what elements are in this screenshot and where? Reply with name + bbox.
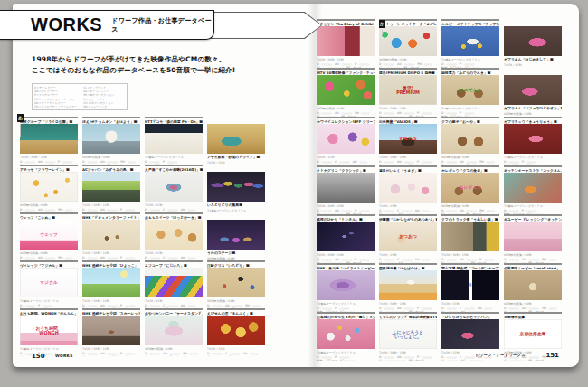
credit-line: TVCM／30秒・15秒 [379,156,437,159]
work-credits: TV番組オープニングタイトルD：○○○○ P：○○○○制作：ドワーフ (C)○○… [317,302,375,313]
credit-line: WEB配信映像／60秒 [317,107,375,110]
cell-spacer [207,117,265,124]
work-cell: いろとりどりの風船篇TV番組オープニングタイトルD：○○○○ P：○○○○制作：… [207,165,265,212]
work-thumbnail [441,222,499,251]
work-cell: ウェッフ「こいぬ」篇ウェッフWEB配信映像／60秒D：○○○○ AD：○○○○ … [20,212,78,260]
work-cell: MTV 50周年映像「ファンク・チューン」WEB配信映像／60秒D：○○○○ A… [317,68,375,117]
work-cell: ガブリチュウ「きょうりゅう」篇TV番組オープニングタイトルD：○○○○ P：○○… [504,117,562,165]
credit-line: TV番組オープニングタイトル [441,107,499,110]
cell-spacer [504,19,562,26]
work-credits: TVCM／30秒・15秒D：○○○○ AN：○○○○ P：○○○○CL：○○○○… [317,253,375,264]
cell-divider [379,117,437,118]
credit-line: CL：○○○○○○○○ PR：dwarf [317,212,375,214]
credit-line: D：○○○○ AN：○○○○ P：○○○○ [379,110,437,114]
thumbnail-text: VALIOS [391,137,425,142]
work-cell: 空気清浄機「はなばたけ」篇TVCM／30秒・15秒D：○○○○ AN：○○○○ … [379,263,437,312]
cell-divider [317,117,375,118]
work-thumbnail [504,75,562,105]
work-thumbnail [317,124,375,154]
credit-line: TVCM／30秒・15秒 [379,107,437,110]
credit-line: TVCM／30秒・15秒 [82,251,140,255]
work-cell: 出光興産「VALIOS」篇VALIOSTVCM／30秒・15秒D：○○○○ AN… [379,117,437,165]
work-credits: WEB配信映像／60秒D：○○○○ AD：○○○○ PM：○○○CL：○○○○○… [20,203,78,213]
work-thumbnail [504,173,562,203]
cell-divider [441,19,499,21]
credit-line: D：○○○○ AN：○○○○ P：○○○○ [317,257,375,260]
work-cell: おやつカンパニー「ケーキスタンド」篇WEB配信映像／60秒D：○○○○ AD：○… [145,308,203,356]
credit-line: TVCM／15秒 [145,251,203,255]
work-cell: カートゥーン ネットワーク「さがしもの」篇WEB配信映像／60秒D：○○○○ A… [379,19,437,68]
credit-line: D：○○○○ AN：○○○○ P：○○○○ [20,159,78,163]
cell-divider [20,117,78,118]
work-thumbnail: 4 [441,270,499,300]
work-cell: カレギュウ「クマの食卓」篇カレギュウWEB配信映像／60秒D：○○○○ AD：○… [441,165,499,214]
credit-line: TVCM／15秒 [145,299,203,303]
work-credits: TVCM／30秒・15秒D：○○○○ AN：○○○○ P：○○○○CL：○○○○… [379,351,437,362]
cell-divider [441,214,499,216]
cell-divider [20,308,78,310]
work-cell: キユーピー ドレッシング「キッチン」篇WEB配信映像／60秒D：○○○○ AD：… [504,214,562,263]
work-thumbnail: マジカル [20,268,78,297]
thumbnail-text: おうち時間、WONGH [32,326,66,335]
work-thumbnail: ふにゃじろうと いっしょに。 [379,319,437,349]
work-cell: NHK・夜の海「ハイライトムービー」TV番組オープニングタイトルD：○○○○ P… [317,263,375,312]
credit-line: TVCM／30秒・15秒 [317,204,375,208]
legend-column: D＝ディレクターAN＝アニメーターP＝プロデューサーPM＝プロダクションマネージ… [34,86,77,109]
cell-divider [379,19,437,21]
work-cell: NHK 連続テレビ小説「スカーレット」TVCM／30秒・15秒D：○○○○ AN… [82,308,140,356]
work-thumbnail: エコでんき [441,75,499,105]
page-number-left: 150 [32,353,45,360]
credit-line: TVCM／30秒・15秒 [317,58,375,61]
work-cell: エフコープ「にじいろ」篇TVCM／15秒D：○○○○ C：○○○○ AN：○○○… [145,260,203,308]
work-credits: TVCM／15秒D：○○○○ C：○○○○ AN：○○○CL：○○○○ AG：○… [145,299,203,309]
book-spread: 1998年からドワーフが手がけてきた映像作品やCMの数々。 ここではそのおもな作… [13,4,579,367]
credit-line: D：○○○○ AN：○○○○ P：○○○○ [82,207,140,211]
work-credits: WEB配信映像／60秒D：○○○○ AD：○○○○ PM：○○○CL：○○○○○… [207,299,265,309]
credit-line: CL：○○○○○○ PR：dwarf [441,163,499,165]
work-thumbnail [379,173,437,203]
thumbnail-text: 京都信用金庫 [516,332,550,337]
work-thumbnail [441,26,499,56]
work-cell: 江崎グリコ「いろどり」篇WEB配信映像／60秒D：○○○○ AD：○○○○ PM… [207,260,265,308]
credit-line: CL：○○○○○○○○ PR：dwarf [379,163,437,165]
credit-line: D：○○○○ C：○○○○ AN：○○○ [145,255,203,259]
work-title: いろとりどりの風船篇 [207,203,265,208]
work-title: ガブリさん「ソファでひとやすみ」篇 [504,106,562,111]
work-cell: ガブリさん「はじめまして」篇TVCM／15秒D：○○○○ C：○○○○ AN：○… [504,19,562,68]
credit-line: TVCM／15秒 [379,253,437,257]
work-credits: WEB配信映像／60秒D：○○○○ AD：○○○○ PM：○○○CL：○○○○○… [379,58,437,69]
work-thumbnail [82,172,140,202]
work-cell: おうち時間、WONGH「だんらん」篇おうち時間、WONGHTV番組オープニングタ… [20,308,78,356]
credit-line: D：○○○○ C：○○○○ AN：○○○ [441,306,499,309]
work-cell: カルビー ポテトチップス「チップスくんの旅」篇TV番組オープニングタイトルD：○… [441,19,499,68]
cell-divider [20,260,78,262]
work-credits: TV番組オープニングタイトルD：○○○○ P：○○○○制作：ドワーフ (C)○○… [504,204,562,215]
credit-line: TV番組オープニングタイトル [504,204,562,208]
work-credits: WEB配信映像／60秒D：○○○○ AD：○○○○ PM：○○○CL：○○○○○… [504,253,562,264]
credit-line: D：○○○○ AN：○○○○ P：○○○○ [317,61,375,65]
work-cell: 企業周年ムービー「small start」WEB配信映像／60秒D：○○○○ A… [504,263,562,312]
work-credits: TV番組オープニングタイトルD：○○○○ P：○○○○制作：ドワーフ (C)○○… [441,58,499,69]
work-thumbnail [207,124,265,154]
credit-line: CL：○○○○○○○○ PR：dwarf [317,260,375,263]
work-thumbnail [441,319,499,349]
work-title: うたのステージ篇 [207,250,265,256]
work-thumbnail: カレギュウ [441,173,499,203]
index-tab-left: あ [17,114,24,122]
credit-line: WEB配信映像／60秒 [441,156,499,159]
work-title: アサヒ飲料「砂漠のドライブ」篇 [207,155,265,160]
work-cell: カワイイコレクション!BFF シリーズ篇TVCM／15秒D：○○○○ C：○○○… [317,117,375,165]
legend-box: D＝ディレクターAN＝アニメーターP＝プロデューサーPM＝プロダクションマネージ… [32,83,128,110]
work-credits: TV番組オープニングタイトルD：○○○○ P：○○○○制作：ドワーフ (C)○○… [441,107,499,118]
credit-line: 制作：ドワーフ (C)○○○○ [441,114,499,117]
cell-divider [317,312,375,314]
work-credits: TVCM／30秒・15秒D：○○○○ AN：○○○○ P：○○○○CL：○○○○… [82,299,140,309]
credit-line: D：○○○○ AD：○○○○ PM：○○○ [379,61,437,65]
cell-divider [441,312,499,314]
cell-divider [441,68,499,70]
credit-line: D：○○○○ AN：○○○○ P：○○○○ [379,354,437,358]
credit-line: CL：○○○○ AG：○○○○○○ [379,212,437,214]
credit-line: TVCM／30秒・15秒 [379,351,437,354]
credit-line: D：○○○○ AN：○○○○ P：○○○○ [82,255,140,259]
work-credits: TV番組オープニングタイトルD：○○○○ P：○○○○制作：ドワーフ (C)○○… [20,299,78,309]
